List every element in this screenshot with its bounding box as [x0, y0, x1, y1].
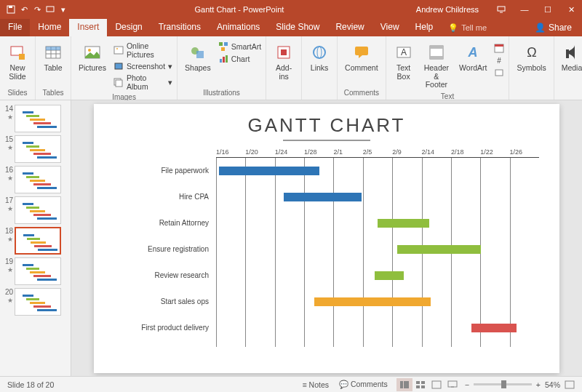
slide-counter[interactable]: Slide 18 of 20: [7, 380, 303, 389]
save-icon[interactable]: [6, 4, 16, 15]
slide-area: GANTT CHART 1/161/201/241/282/12/52/92/1…: [71, 100, 582, 376]
group-comments: Comment Comments: [338, 36, 386, 100]
close-icon[interactable]: ✕: [560, 0, 582, 19]
media-button[interactable]: Media: [557, 41, 582, 74]
symbols-button[interactable]: Ω Symbols: [512, 41, 550, 74]
qa-dropdown-icon[interactable]: ▾: [58, 4, 68, 15]
svg-rect-18: [116, 80, 122, 87]
start-slideshow-icon[interactable]: [45, 4, 55, 15]
tab-file[interactable]: File: [0, 19, 30, 36]
ribbon-options-icon[interactable]: [490, 0, 512, 19]
slide-number-button[interactable]: #: [493, 55, 506, 66]
zoom-slider[interactable]: [474, 383, 532, 385]
zoom-out-button[interactable]: −: [465, 380, 469, 389]
svg-rect-25: [223, 57, 225, 63]
thumbnail-15[interactable]: 15★: [0, 134, 71, 164]
title-underline: [283, 140, 370, 141]
photo-album-icon: [113, 77, 124, 87]
photo-album-button[interactable]: Photo Album ▾: [112, 73, 174, 92]
shapes-button[interactable]: Shapes: [180, 41, 215, 74]
normal-view-icon[interactable]: [396, 378, 412, 391]
tab-insert[interactable]: Insert: [69, 19, 107, 36]
svg-rect-23: [221, 47, 225, 51]
svg-rect-2: [47, 7, 54, 12]
gantt-row: File paperwork: [114, 158, 539, 184]
tab-animations[interactable]: Animations: [209, 19, 268, 36]
svg-rect-48: [416, 385, 420, 388]
tab-slide-show[interactable]: Slide Show: [268, 19, 327, 36]
wordart-button[interactable]: A WordArt: [455, 41, 491, 74]
gantt-row: Hire CPA: [114, 184, 539, 210]
gantt-task-rows: File paperworkHire CPARetain AttorneyEns…: [114, 158, 539, 347]
pictures-icon: [82, 42, 103, 63]
minimize-icon[interactable]: —: [514, 0, 535, 19]
tab-review[interactable]: Review: [327, 19, 372, 36]
screenshot-button[interactable]: Screenshot ▾: [112, 60, 174, 72]
gantt-bar[interactable]: [219, 167, 319, 175]
pictures-button[interactable]: Pictures: [74, 41, 111, 74]
notes-button[interactable]: ≡ Notes: [303, 380, 329, 389]
tab-view[interactable]: View: [372, 19, 407, 36]
group-slides: New Slide Slides: [0, 36, 36, 100]
svg-point-15: [116, 48, 118, 49]
gantt-bar[interactable]: [375, 271, 404, 280]
screenshot-icon: [113, 61, 124, 71]
comment-icon: [351, 42, 372, 63]
gantt-bar[interactable]: [471, 324, 517, 332]
gantt-bar[interactable]: [397, 245, 481, 254]
header-footer-button[interactable]: Header & Footer: [420, 41, 453, 91]
thumbnail-20[interactable]: 20★: [0, 287, 71, 317]
zoom-in-button[interactable]: +: [536, 380, 541, 389]
thumbnail-14[interactable]: 14★: [0, 103, 71, 134]
svg-rect-22: [224, 42, 228, 46]
chart-button[interactable]: Chart: [217, 53, 263, 65]
svg-rect-26: [226, 55, 228, 63]
group-links: Links: [302, 36, 338, 100]
comments-button[interactable]: 💬 Comments: [339, 380, 388, 389]
thumbnail-panel[interactable]: 14★15★16★17★18★19★20★: [0, 100, 71, 376]
online-pictures-button[interactable]: Online Pictures: [112, 41, 174, 60]
tell-me-search[interactable]: 💡Tell me: [441, 19, 494, 36]
gantt-bar[interactable]: [314, 297, 431, 306]
svg-rect-44: [400, 381, 403, 388]
svg-text:#: #: [498, 57, 502, 65]
gantt-bar[interactable]: [378, 219, 429, 228]
links-button[interactable]: Links: [305, 41, 334, 74]
maximize-icon[interactable]: ☐: [537, 0, 559, 19]
thumbnail-16[interactable]: 16★: [0, 164, 71, 195]
user-name[interactable]: Andrew Childress: [404, 5, 490, 14]
thumbnail-17[interactable]: 17★: [0, 195, 71, 225]
svg-rect-11: [46, 47, 60, 50]
svg-rect-5: [19, 54, 25, 60]
links-icon: [309, 42, 330, 63]
addins-button[interactable]: Add- ins: [269, 41, 298, 82]
zoom-level[interactable]: 54%: [545, 380, 560, 389]
slideshow-view-icon[interactable]: [445, 378, 461, 391]
new-slide-button[interactable]: New Slide: [3, 41, 32, 82]
gantt-bar[interactable]: [284, 193, 362, 201]
ribbon-tabs: File HomeInsertDesignTransitionsAnimatio…: [0, 19, 582, 36]
svg-rect-39: [495, 44, 503, 47]
redo-icon[interactable]: ↷: [32, 4, 42, 15]
tab-transitions[interactable]: Transitions: [151, 19, 209, 36]
wordart-icon: A: [463, 42, 483, 63]
smartart-button[interactable]: SmartArt: [217, 41, 263, 52]
reading-view-icon[interactable]: [428, 378, 445, 391]
object-button[interactable]: [493, 67, 506, 79]
svg-rect-41: [495, 70, 503, 76]
date-time-button[interactable]: [493, 42, 506, 54]
undo-icon[interactable]: ↶: [19, 4, 29, 15]
thumbnail-19[interactable]: 19★: [0, 256, 71, 287]
table-button[interactable]: Table: [39, 41, 68, 74]
sorter-view-icon[interactable]: [412, 378, 428, 391]
share-button[interactable]: 👤Share: [525, 19, 582, 36]
current-slide[interactable]: GANTT CHART 1/161/201/241/282/12/52/92/1…: [94, 104, 559, 373]
fit-to-window-icon[interactable]: [565, 380, 575, 389]
thumbnail-18[interactable]: 18★: [0, 225, 71, 256]
tab-help[interactable]: Help: [407, 19, 442, 36]
tab-home[interactable]: Home: [30, 19, 69, 36]
tab-design[interactable]: Design: [107, 19, 150, 36]
comment-button[interactable]: Comment: [340, 41, 383, 74]
group-addins: Add- ins: [266, 36, 302, 100]
textbox-button[interactable]: A Text Box: [389, 41, 418, 82]
